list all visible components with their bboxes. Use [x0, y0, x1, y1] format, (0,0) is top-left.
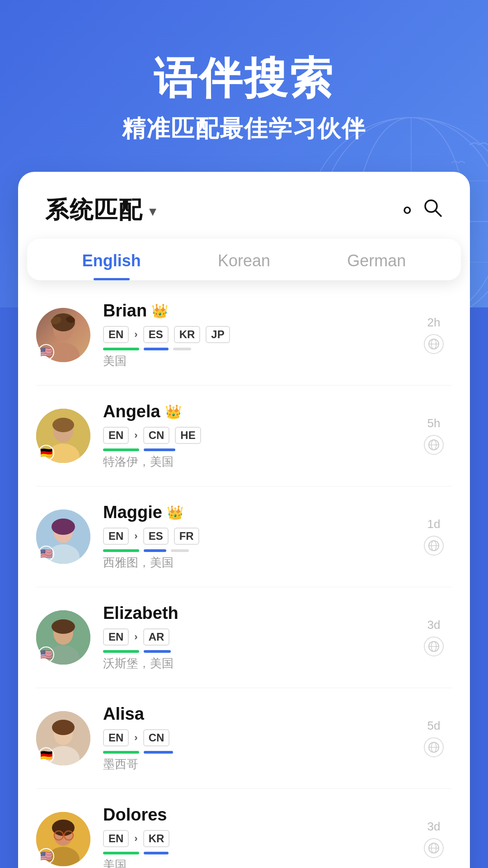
- user-location: 美国: [103, 353, 403, 369]
- progress-bar-2: [144, 549, 166, 552]
- flag-badge: 🇩🇪: [38, 747, 54, 764]
- search-button[interactable]: ⚬: [399, 197, 443, 223]
- lang-tabs-wrapper: English Korean German: [27, 239, 461, 280]
- globe-icon[interactable]: [424, 737, 444, 757]
- user-name-row: Dolores: [103, 805, 403, 825]
- progress-bar-1: [103, 852, 139, 854]
- progress-bar-2: [144, 751, 173, 754]
- lang-to-3: JP: [206, 326, 230, 343]
- time-ago: 5d: [427, 719, 441, 733]
- progress-bar-2: [144, 852, 169, 854]
- user-location: 沃斯堡，美国: [103, 656, 403, 671]
- user-name-row: Maggie 👑: [103, 503, 403, 522]
- hero-title: 语伴搜索: [0, 54, 488, 102]
- match-label-group[interactable]: 系统匹配 ▾: [45, 194, 156, 226]
- user-name-row: Elizabeth: [103, 604, 403, 623]
- arrow-icon: ›: [134, 732, 137, 744]
- tab-korean[interactable]: Korean: [178, 251, 310, 280]
- progress-bar-1: [103, 348, 139, 350]
- lang-from: EN: [103, 326, 129, 343]
- user-name: Elizabeth: [103, 604, 178, 623]
- list-item[interactable]: 🇺🇸 Maggie 👑 EN › ES FR 西雅图，美: [36, 486, 452, 587]
- list-item[interactable]: 🇺🇸 Brian 👑 EN › ES KR JP: [36, 285, 452, 386]
- arrow-icon: ›: [134, 631, 137, 643]
- flag-badge: 🇺🇸: [38, 646, 54, 663]
- avatar-wrap: 🇩🇪: [36, 711, 90, 765]
- globe-icon[interactable]: [424, 334, 444, 354]
- time-ago: 2h: [427, 316, 441, 330]
- list-item[interactable]: 🇩🇪 Angela 👑 EN › CN HE 特洛伊，美国: [36, 386, 452, 486]
- user-location: 美国: [103, 857, 403, 868]
- chevron-down-icon: ▾: [149, 203, 156, 220]
- user-location: 墨西哥: [103, 756, 403, 772]
- lang-bars: [103, 650, 403, 653]
- lang-to: CN: [143, 729, 170, 746]
- user-info: Brian 👑 EN › ES KR JP 美国: [103, 301, 403, 369]
- lang-bars: [103, 348, 403, 350]
- user-info: Dolores EN › KR 美国: [103, 805, 403, 868]
- globe-icon[interactable]: [424, 435, 444, 455]
- avatar-wrap: 🇺🇸: [36, 610, 90, 665]
- tab-german[interactable]: German: [310, 251, 443, 280]
- list-item[interactable]: 🇺🇸 Elizabeth EN › AR 沃斯堡，美国 3d: [36, 587, 452, 688]
- avatar-wrap: 🇺🇸: [36, 308, 90, 362]
- lang-to-2: FR: [174, 528, 199, 545]
- user-list: 🇺🇸 Brian 👑 EN › ES KR JP: [18, 285, 470, 868]
- progress-bar-3: [171, 549, 189, 552]
- user-info: Alisa EN › CN 墨西哥: [103, 704, 403, 772]
- avatar-wrap: 🇺🇸: [36, 509, 90, 564]
- time-ago: 5h: [427, 416, 441, 430]
- lang-to: CN: [143, 427, 170, 444]
- globe-icon[interactable]: [424, 637, 444, 656]
- lang-to: AR: [143, 628, 170, 646]
- avatar-wrap: 🇩🇪: [36, 409, 90, 463]
- lang-from: EN: [103, 628, 129, 646]
- user-meta: 3d: [416, 820, 452, 858]
- lang-route: EN › CN: [103, 729, 403, 746]
- flag-badge: 🇺🇸: [38, 546, 54, 562]
- card-header: 系统匹配 ▾ ⚬: [18, 172, 470, 226]
- match-title: 系统匹配: [45, 194, 143, 226]
- progress-bar-1: [103, 448, 139, 451]
- crown-icon: 👑: [167, 505, 183, 520]
- user-location: 西雅图，美国: [103, 555, 403, 571]
- avatar-wrap: 🇺🇸: [36, 812, 90, 866]
- main-card: 系统匹配 ▾ ⚬ English Korean German: [18, 172, 470, 868]
- user-meta: 5d: [416, 719, 452, 757]
- progress-bar-3: [173, 348, 191, 350]
- user-meta: 3d: [416, 618, 452, 656]
- search-icon: ⚬: [399, 199, 416, 222]
- globe-icon[interactable]: [424, 536, 444, 556]
- flag-badge: 🇩🇪: [38, 445, 54, 461]
- flag-badge: 🇺🇸: [38, 848, 54, 864]
- progress-bar-2: [144, 448, 175, 451]
- list-item[interactable]: 🇩🇪 Alisa EN › CN 墨西哥 5d: [36, 688, 452, 789]
- lang-to: KR: [143, 830, 170, 847]
- globe-icon[interactable]: [424, 838, 444, 858]
- tab-english[interactable]: English: [45, 251, 178, 280]
- svg-point-40: [52, 720, 75, 735]
- lang-tabs: English Korean German: [45, 251, 443, 280]
- arrow-icon: ›: [134, 429, 137, 441]
- user-name: Maggie: [103, 503, 162, 522]
- lang-route: EN › AR: [103, 628, 403, 646]
- user-location: 特洛伊，美国: [103, 454, 403, 470]
- svg-point-33: [52, 619, 75, 634]
- user-name-row: Alisa: [103, 704, 403, 724]
- user-info: Elizabeth EN › AR 沃斯堡，美国: [103, 604, 403, 671]
- lang-from: EN: [103, 830, 129, 847]
- lang-to: ES: [143, 326, 169, 343]
- user-meta: 5h: [416, 416, 452, 455]
- list-item[interactable]: 🇺🇸 Dolores EN › KR 美国 3d: [36, 789, 452, 868]
- user-info: Angela 👑 EN › CN HE 特洛伊，美国: [103, 402, 403, 470]
- svg-point-26: [52, 519, 75, 535]
- hero-subtitle: 精准匹配最佳学习伙伴: [0, 113, 488, 145]
- lang-from: EN: [103, 528, 129, 545]
- lang-from: EN: [103, 427, 129, 444]
- hero-section: 语伴搜索 精准匹配最佳学习伙伴: [0, 0, 488, 145]
- lang-to-2: HE: [175, 427, 201, 444]
- lang-bars: [103, 751, 403, 754]
- lang-to-2: KR: [174, 326, 201, 343]
- svg-point-19: [52, 418, 74, 432]
- crown-icon: 👑: [151, 303, 168, 319]
